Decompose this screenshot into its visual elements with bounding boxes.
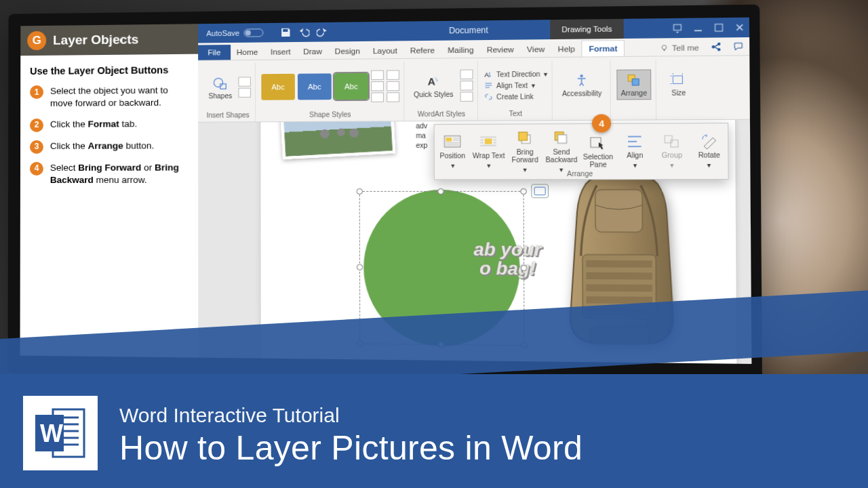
svg-rect-15 (485, 138, 492, 144)
redo-icon[interactable] (316, 26, 328, 37)
style-scroll[interactable] (371, 70, 384, 102)
tab-insert[interactable]: Insert (264, 44, 297, 60)
edit-shape-icon[interactable] (238, 77, 250, 86)
ribbon-options-icon[interactable] (672, 23, 682, 33)
svg-rect-14 (446, 138, 452, 142)
resize-handle-icon[interactable] (357, 188, 363, 195)
quick-styles-label: Quick Styles (414, 90, 454, 98)
tab-review[interactable]: Review (480, 42, 520, 58)
step-number-icon: 3 (30, 140, 43, 153)
scroll-down-icon[interactable] (371, 81, 384, 91)
more-styles-icon[interactable] (371, 92, 384, 102)
style-swatch[interactable]: Abc (298, 73, 332, 100)
shapes-label: Shapes (208, 92, 232, 99)
tutorial-step: 3Click the Arrange button. (30, 140, 189, 154)
shape-mini-gallery[interactable] (238, 77, 251, 98)
step-text: Select the object you want to move forwa… (50, 84, 189, 110)
text-effects-icon[interactable] (460, 92, 473, 102)
style-swatch-selected[interactable]: Abc (334, 73, 368, 100)
tab-help[interactable]: Help (551, 41, 582, 57)
svg-rect-0 (673, 24, 681, 30)
group-wordart-styles: A Quick Styles WordArt Styles (406, 61, 477, 121)
resize-handle-icon[interactable] (520, 188, 527, 195)
title-overlay: W Word Interactive Tutorial How to Layer… (0, 339, 868, 488)
quick-access-toolbar (280, 26, 328, 38)
rotate-icon (699, 134, 719, 149)
tutorial-title: Layer Objects (53, 32, 138, 47)
shape-effects-icon[interactable] (387, 92, 399, 102)
contextual-tab-label: Drawing Tools (550, 19, 624, 39)
svg-rect-11 (633, 79, 639, 85)
autosave-label: AutoSave (206, 29, 239, 38)
shape-outline-icon[interactable] (387, 81, 399, 91)
svg-point-9 (580, 74, 583, 77)
text-direction-button[interactable]: AText Direction ▾ (484, 68, 547, 79)
layout-options-button[interactable] (531, 184, 549, 199)
step-number-icon: 4 (30, 161, 43, 175)
autosave-toggle[interactable]: AutoSave (206, 28, 263, 37)
text-outline-icon[interactable] (460, 81, 473, 91)
tab-design[interactable]: Design (328, 43, 366, 59)
align-button[interactable]: Align ▾ (616, 124, 654, 180)
comments-button[interactable] (727, 38, 749, 55)
group-label (581, 108, 583, 120)
step-text: Click the Arrange button. (50, 140, 154, 154)
share-button[interactable] (705, 38, 727, 55)
text-fill-icon[interactable] (460, 69, 473, 79)
svg-rect-21 (665, 136, 672, 142)
svg-rect-26 (586, 284, 652, 291)
tab-draw[interactable]: Draw (297, 44, 328, 60)
maximize-icon[interactable] (713, 22, 724, 33)
tab-format[interactable]: Format (582, 40, 625, 57)
inserted-photo[interactable] (281, 120, 396, 160)
tutorial-step: 2Click the Format tab. (30, 117, 189, 131)
tab-layout[interactable]: Layout (366, 43, 403, 58)
svg-rect-17 (518, 131, 527, 140)
resize-handle-icon[interactable] (357, 264, 363, 270)
shape-fill-icon[interactable] (387, 70, 399, 79)
resize-handle-icon[interactable] (437, 188, 444, 195)
draw-textbox-icon[interactable] (238, 88, 250, 98)
svg-rect-1 (694, 30, 702, 31)
word-logo-icon: W (23, 396, 98, 470)
close-icon[interactable] (734, 22, 745, 33)
size-button[interactable]: Size (663, 69, 695, 98)
tab-references[interactable]: Refere (403, 43, 441, 58)
group-accessibility: Accessibility (554, 60, 611, 120)
bring-forward-button[interactable]: Bring Forward ▾ (507, 124, 543, 179)
shapes-button[interactable]: Shapes (205, 73, 235, 102)
group-label: WordArt Styles (418, 108, 465, 121)
wrap-text-button[interactable]: Wrap Text ▾ (471, 125, 507, 180)
rotate-button[interactable]: Rotate ▾ (690, 123, 728, 179)
save-icon[interactable] (280, 27, 292, 38)
undo-icon[interactable] (298, 26, 310, 37)
group-text: AText Direction ▾ Align Text ▾ Create Li… (479, 60, 553, 121)
minimize-icon[interactable] (693, 23, 703, 33)
toggle-off-icon[interactable] (243, 28, 263, 37)
tab-file[interactable]: File (198, 45, 231, 60)
tell-me-search[interactable]: Tell me (654, 40, 705, 56)
group-icon (663, 134, 682, 149)
arrange-button[interactable]: Arrange (616, 69, 652, 100)
bring-forward-icon (515, 130, 534, 146)
tab-view[interactable]: View (520, 41, 551, 57)
svg-rect-12 (673, 75, 683, 83)
tab-mailings[interactable]: Mailing (441, 42, 481, 58)
create-link-button[interactable]: Create Link (484, 91, 534, 102)
position-button[interactable]: Position ▾ (435, 125, 471, 180)
resize-handle-icon[interactable] (521, 265, 528, 271)
group-button[interactable]: Group ▾ (653, 123, 690, 179)
arrange-dropdown: Position ▾ Wrap Text ▾ Bring Forward ▾ S… (434, 123, 729, 180)
tell-me-label: Tell me (672, 43, 699, 52)
tab-home[interactable]: Home (231, 45, 264, 60)
style-swatch[interactable]: Abc (261, 74, 295, 100)
size-label: Size (671, 89, 686, 97)
svg-rect-24 (586, 260, 652, 268)
group-label: Insert Shapes (207, 110, 250, 122)
scroll-up-icon[interactable] (371, 70, 384, 80)
overlay-text: Word Interactive Tutorial How to Layer P… (119, 404, 583, 468)
step-number-icon: 2 (30, 118, 43, 131)
quick-styles-button[interactable]: A Quick Styles (410, 71, 457, 100)
align-text-button[interactable]: Align Text ▾ (484, 80, 535, 91)
accessibility-button[interactable]: Accessibility (558, 70, 606, 99)
